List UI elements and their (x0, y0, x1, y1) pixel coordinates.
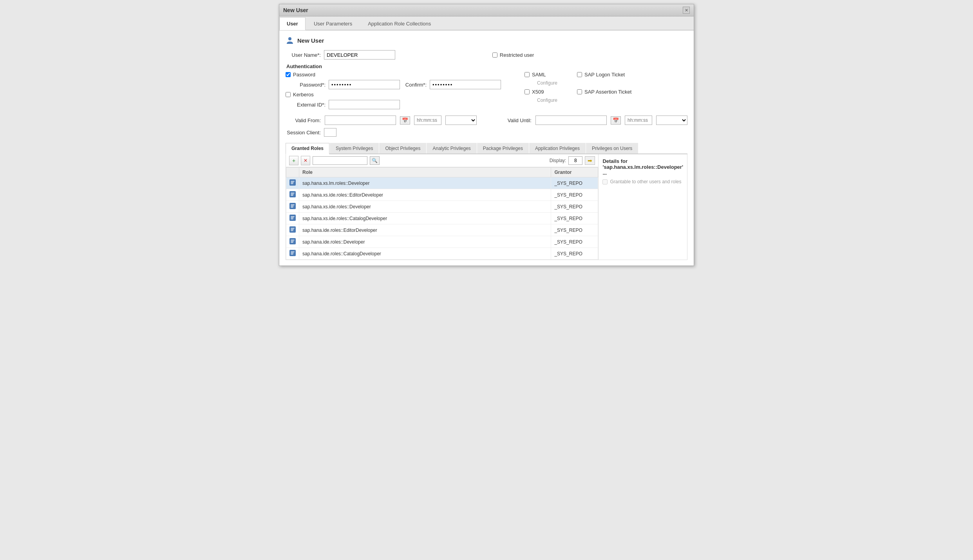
user-icon (286, 36, 294, 45)
svg-point-0 (288, 37, 291, 40)
grantable-checkbox-row: Grantable to other users and roles (602, 179, 683, 184)
role-icon (289, 250, 296, 256)
role-icon-cell (286, 213, 299, 224)
col-role: Role (299, 168, 551, 177)
table-row[interactable]: sap.hana.xs.ide.roles::EditorDeveloper_S… (286, 189, 598, 201)
valid-from-timezone-select[interactable] (445, 116, 477, 125)
lower-tab-system-privileges[interactable]: System Privileges (330, 143, 379, 154)
role-icon (289, 191, 296, 197)
confirm-field-label: Confirm*: (403, 82, 427, 88)
role-search-button[interactable]: 🔍 (370, 156, 380, 165)
tab-application-role-collections[interactable]: Application Role Collections (360, 17, 438, 30)
sap-logon-ticket-checkbox-row: SAP Logon Ticket (577, 72, 625, 78)
x509-checkbox-row: X509 (524, 89, 557, 95)
valid-until-date-input[interactable] (535, 116, 607, 125)
x509-checkbox[interactable] (524, 89, 530, 94)
password-field-input[interactable] (329, 80, 400, 89)
grantor-cell: _SYS_REPO (551, 236, 598, 248)
kerberos-checkbox[interactable] (286, 92, 291, 97)
tab-user[interactable]: User (279, 17, 306, 30)
valid-from-date-input[interactable] (325, 116, 396, 125)
saml-label: SAML (532, 72, 546, 78)
authentication-label: Authentication (286, 63, 687, 69)
top-tabs: User User Parameters Application Role Co… (279, 16, 694, 31)
valid-until-calendar-button[interactable]: 📅 (611, 116, 621, 125)
close-button[interactable]: ✕ (683, 7, 690, 14)
saml-section: SAML Configure (524, 72, 557, 86)
valid-until-time-input[interactable] (625, 116, 652, 125)
lower-tab-object-privileges[interactable]: Object Privileges (379, 143, 426, 154)
session-client-input[interactable] (324, 128, 336, 137)
role-icon-cell (286, 177, 299, 189)
saml-checkbox[interactable] (524, 72, 530, 77)
external-id-input[interactable] (329, 100, 400, 109)
table-row[interactable]: sap.hana.ide.roles::CatalogDeveloper_SYS… (286, 248, 598, 260)
role-name-cell: sap.hana.xs.lm.roles::Developer (299, 177, 551, 189)
col-icon (286, 168, 299, 177)
table-header-row: Role Grantor (286, 168, 598, 177)
password-checkbox[interactable] (286, 72, 291, 77)
grantor-cell: _SYS_REPO (551, 201, 598, 213)
external-id-row: External ID*: (294, 100, 501, 109)
lower-tab-package-privileges[interactable]: Package Privileges (477, 143, 529, 154)
remove-role-button[interactable]: ✕ (301, 156, 310, 165)
sap-logon-ticket-label: SAP Logon Ticket (584, 72, 625, 78)
lower-tab-privileges-on-users[interactable]: Privileges on Users (586, 143, 638, 154)
display-count-input[interactable]: 8 (568, 156, 582, 165)
valid-from-label: Valid From: (286, 117, 321, 123)
table-row[interactable]: sap.hana.ide.roles::Developer_SYS_REPO (286, 236, 598, 248)
navigate-button[interactable]: ➡ (585, 156, 595, 165)
external-id-label: External ID*: (294, 102, 326, 108)
grantable-checkbox[interactable] (602, 179, 608, 184)
valid-until-label: Valid Until: (496, 117, 532, 123)
lower-tab-granted-roles[interactable]: Granted Roles (286, 143, 329, 154)
lower-tab-analytic-privileges[interactable]: Analytic Privileges (427, 143, 476, 154)
lower-content: + ✕ 🔍 Display: 8 ➡ Role Grantor (286, 154, 687, 260)
table-row[interactable]: sap.hana.ide.roles::EditorDeveloper_SYS_… (286, 224, 598, 236)
restricted-user-checkbox[interactable] (492, 52, 497, 58)
title-bar: New User ✕ (279, 4, 694, 16)
role-icon (289, 179, 296, 186)
grantor-cell: _SYS_REPO (551, 248, 598, 260)
valid-from-time-input[interactable] (414, 116, 441, 125)
x509-configure-link[interactable]: Configure (537, 98, 557, 103)
role-icon (289, 203, 296, 209)
role-search-input[interactable] (313, 156, 367, 165)
confirm-field-input[interactable] (430, 80, 501, 89)
role-icon (289, 226, 296, 233)
username-input[interactable] (324, 50, 395, 60)
valid-until-timezone-select[interactable] (656, 116, 687, 125)
session-client-row: Session Client: (286, 128, 687, 137)
details-title: Details for 'sap.hana.xs.lm.roles::Devel… (602, 158, 683, 176)
sap-assertion-ticket-label: SAP Assertion Ticket (584, 89, 631, 95)
role-icon-cell (286, 201, 299, 213)
sap-assertion-ticket-section: SAP Assertion Ticket (577, 89, 631, 103)
content-area: New User User Name*: Restricted user Aut… (279, 31, 694, 266)
password-field-row: Password*: Confirm*: (294, 80, 501, 89)
saml-configure-link[interactable]: Configure (537, 80, 557, 86)
sap-assertion-ticket-checkbox[interactable] (577, 89, 582, 94)
role-icon-cell (286, 236, 299, 248)
grantor-cell: _SYS_REPO (551, 189, 598, 201)
table-row[interactable]: sap.hana.xs.ide.roles::Developer_SYS_REP… (286, 201, 598, 213)
kerberos-checkbox-row: Kerberos (286, 92, 501, 98)
tab-user-parameters[interactable]: User Parameters (306, 17, 360, 30)
add-role-button[interactable]: + (289, 156, 298, 165)
table-row[interactable]: sap.hana.xs.ide.roles::CatalogDeveloper_… (286, 213, 598, 224)
restricted-user-row: Restricted user (492, 52, 534, 58)
grantor-cell: _SYS_REPO (551, 224, 598, 236)
roles-table: Role Grantor sap.hana.xs.lm.roles::Devel… (286, 167, 598, 260)
x509-section: X509 Configure (524, 89, 557, 103)
col-grantor: Grantor (551, 168, 598, 177)
restricted-user-label: Restricted user (500, 52, 534, 58)
valid-dates-row: Valid From: 📅 Valid Until: 📅 (286, 116, 687, 125)
lower-tab-application-privileges[interactable]: Application Privileges (529, 143, 586, 154)
valid-from-calendar-button[interactable]: 📅 (400, 116, 410, 125)
sap-logon-ticket-checkbox[interactable] (577, 72, 582, 77)
password-label: Password (293, 72, 315, 78)
role-name-cell: sap.hana.xs.ide.roles::Developer (299, 201, 551, 213)
table-row[interactable]: sap.hana.xs.lm.roles::Developer_SYS_REPO (286, 177, 598, 189)
role-icon (289, 238, 296, 244)
lower-tabs-bar: Granted Roles System Privileges Object P… (286, 142, 687, 154)
username-row: User Name*: Restricted user (286, 50, 687, 60)
